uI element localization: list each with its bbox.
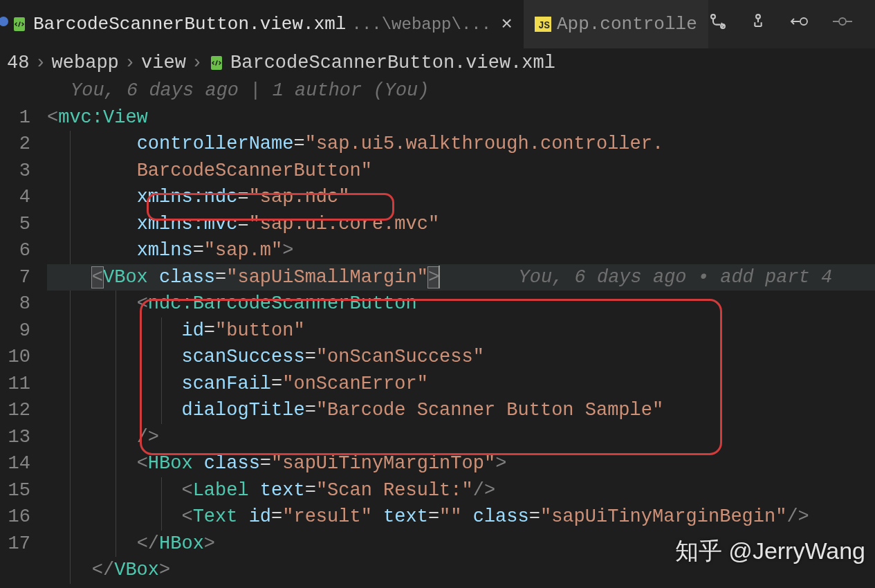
code-line: id="button" (47, 318, 875, 344)
code-line: <HBox class="sapUiTinyMarginTop"> (47, 450, 875, 477)
commit-node-icon[interactable] (831, 14, 854, 35)
code-line: controllerName="sap.ui5.walkthrough.cont… (47, 131, 875, 158)
tab-active[interactable]: BarcodeScannerButton.view.xml ...\webapp… (0, 0, 524, 48)
code-content[interactable]: You, 6 days ago | 1 author (You) <mvc:Vi… (47, 77, 875, 584)
breadcrumb-partial: 48 (7, 53, 29, 73)
breadcrumb[interactable]: 48 › webapp › view › BarcodeScannerButto… (0, 48, 875, 77)
git-blame-inline: You, 6 days ago • add part 4 (519, 267, 833, 288)
code-line: <mvc:View (47, 104, 875, 131)
js-file-icon: JS (535, 17, 551, 32)
code-line: <Text id="result" text="" class="sapUiTi… (47, 504, 875, 531)
code-line: xmlns:ndc="sap.ndc" (47, 184, 875, 211)
line-number-gutter: 123 456 789 101112 131415 1617 (0, 77, 47, 584)
chevron-right-icon: › (35, 53, 46, 73)
editor-area[interactable]: 123 456 789 101112 131415 1617 You, 6 da… (0, 77, 875, 584)
svg-point-3 (756, 15, 760, 19)
code-line: xmlns:mvc="sap.ui.core.mvc" (47, 211, 875, 238)
tab-inactive-title: App.controlle (557, 14, 697, 35)
svg-point-4 (800, 18, 807, 25)
code-line-active: <VBox class="sapUiSmallMargin"> You, 6 d… (47, 264, 875, 291)
tab-active-title: BarcodeScannerButton.view.xml (33, 14, 346, 35)
prev-change-icon[interactable] (789, 14, 811, 35)
breadcrumb-seg[interactable]: view (141, 53, 186, 73)
tab-active-subtitle: ...\webapp\... (351, 15, 491, 34)
git-blame-top: You, 6 days ago | 1 author (You) (47, 77, 875, 104)
breadcrumb-seg[interactable]: webapp (52, 53, 119, 73)
svg-point-1 (711, 15, 715, 19)
tab-inactive[interactable]: JS App.controlle (524, 0, 708, 48)
breadcrumb-file[interactable]: BarcodeScannerButton.view.xml (230, 53, 555, 73)
code-line: BarcodeScannerButton" (47, 158, 875, 185)
chevron-right-icon: › (192, 53, 203, 73)
chevron-right-icon: › (125, 53, 136, 73)
editor-toolbar (708, 12, 875, 37)
code-line: dialogTitle="Barcode Scanner Button Samp… (47, 397, 875, 424)
svg-point-5 (839, 18, 846, 25)
code-line: scanFail="onScanError" (47, 371, 875, 398)
code-line: scanSuccess="onScanSuccess" (47, 344, 875, 371)
code-line: xmlns="sap.m"> (47, 237, 875, 264)
code-line: /> (47, 424, 875, 451)
code-line: <ndc:BarcodeScannerButton (47, 291, 875, 318)
xml-file-icon (208, 55, 225, 71)
compare-changes-icon[interactable] (708, 12, 728, 37)
code-line: <Label text="Scan Result:"/> (47, 477, 875, 504)
close-icon[interactable]: × (501, 14, 513, 35)
xml-file-icon (11, 16, 28, 33)
tab-bar: BarcodeScannerButton.view.xml ...\webapp… (0, 0, 875, 48)
file-history-icon[interactable] (748, 12, 768, 37)
watermark-text: 知乎 @JerryWang (675, 535, 865, 567)
